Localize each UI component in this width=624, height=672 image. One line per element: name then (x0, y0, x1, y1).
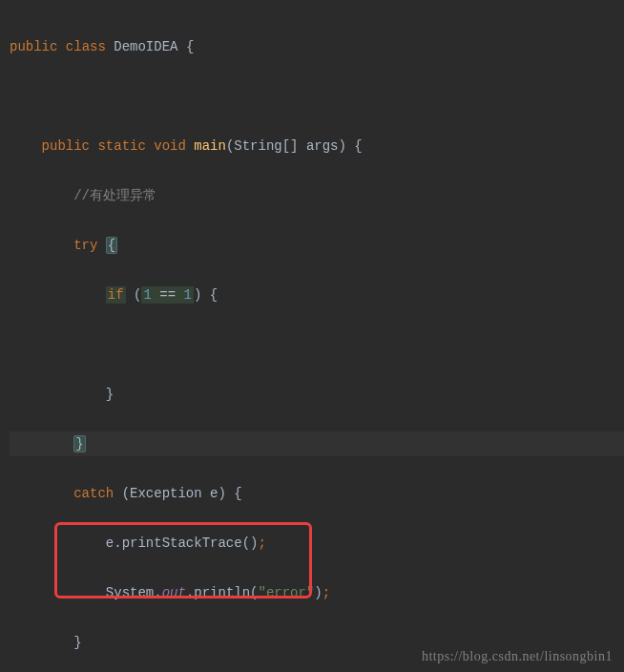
brace: { (186, 39, 194, 54)
dot: . (114, 536, 121, 551)
keyword: public (10, 39, 57, 54)
keyword: try (73, 238, 97, 253)
string: "error" (259, 585, 315, 600)
number: 1 (183, 287, 191, 303)
brace: } (106, 387, 114, 402)
method: println (194, 585, 250, 600)
comment: //有处理异常 (73, 188, 156, 203)
obj: e (106, 536, 114, 551)
paren: ( (122, 486, 130, 501)
code-line: //有处理异常 (10, 183, 624, 208)
number: 1 (143, 287, 151, 303)
brace-matched: { (106, 237, 117, 254)
signature: (String[] args) (226, 138, 346, 154)
dot: . (154, 585, 161, 600)
code-line-current: } (10, 431, 624, 456)
keyword: class (66, 39, 106, 54)
operator: == (159, 287, 176, 303)
paren: ) (194, 287, 201, 303)
brace: { (354, 138, 362, 154)
brace-matched: } (73, 435, 85, 452)
brace: { (210, 287, 218, 303)
type: Exception (130, 486, 202, 501)
watermark-text: https://blog.csdn.net/linsongbin1 (422, 649, 613, 664)
method: printStackTrace (122, 536, 242, 551)
paren: ) (218, 486, 225, 501)
keyword: public (42, 138, 90, 154)
field: out (162, 585, 186, 600)
code-line: catch (Exception e) { (10, 481, 624, 506)
code-line: try { (10, 233, 624, 258)
method-name: main (194, 138, 226, 154)
class-name: DemoIDEA (114, 39, 177, 54)
code-editor[interactable]: public class DemoIDEA { public static vo… (0, 0, 624, 672)
keyword: void (154, 138, 186, 154)
code-line: public static void main(String[] args) { (10, 134, 624, 158)
brace: } (73, 635, 81, 650)
call: () (242, 536, 259, 551)
code-line: if (1 == 1) { (10, 283, 624, 307)
code-line (10, 84, 624, 109)
paren: ) (314, 585, 322, 600)
obj: System (106, 585, 154, 600)
keyword: catch (73, 486, 114, 501)
code-line: } (10, 382, 624, 407)
keyword: if (106, 286, 126, 304)
semicolon: ; (258, 536, 265, 551)
semicolon: ; (322, 585, 330, 600)
keyword: static (97, 138, 145, 154)
paren: ( (250, 585, 258, 600)
code-line (10, 332, 624, 357)
brace: { (234, 486, 241, 501)
code-line: public class DemoIDEA { (10, 34, 624, 59)
code-line: e.printStackTrace(); (10, 531, 624, 556)
code-line: System.out.println("error"); (10, 580, 624, 605)
